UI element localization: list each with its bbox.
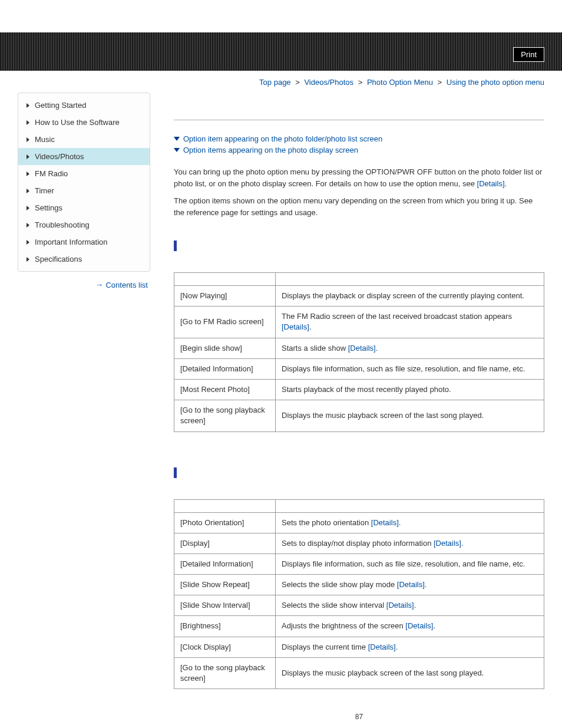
option-item: [Slide Show Repeat] — [174, 575, 276, 595]
details-link[interactable]: [Details] — [477, 179, 505, 188]
desc-text: Sets the photo orientation — [282, 518, 371, 527]
option-desc: Displays the music playback screen of th… — [276, 657, 544, 689]
sidebar-item-specifications[interactable]: Specifications — [18, 251, 150, 268]
breadcrumb-photo-option[interactable]: Photo Option Menu — [367, 78, 433, 87]
section-marker-icon — [174, 467, 177, 478]
jump-link-folder-list[interactable]: Option item appearing on the photo folde… — [174, 134, 544, 143]
option-item: [Go to the song playback screen] — [174, 400, 276, 431]
dot: . — [309, 322, 312, 331]
dot: . — [376, 344, 378, 353]
option-item: [Go to FM Radio screen] — [174, 307, 276, 338]
option-item: [Begin slide show] — [174, 338, 276, 358]
details-link[interactable]: [Details] — [434, 539, 461, 548]
table-row: [Detailed Information] Displays file inf… — [174, 358, 544, 379]
table-header — [276, 273, 544, 286]
option-item: [Detailed Information] — [174, 554, 276, 574]
option-desc: The FM Radio screen of the last received… — [276, 307, 544, 338]
options-table-1: [Now Playing] Displays the playback or d… — [174, 272, 544, 432]
table-row: [Go to FM Radio screen] The FM Radio scr… — [174, 307, 544, 338]
desc-text: Displays the current time — [282, 643, 368, 651]
dot: . — [414, 601, 416, 610]
jump-link-display-screen[interactable]: Option items appearing on the photo disp… — [174, 146, 544, 154]
option-desc: Displays the playback or display screen … — [276, 286, 544, 307]
main-content: Option item appearing on the photo folde… — [162, 93, 544, 728]
details-link[interactable]: [Details] — [371, 518, 399, 527]
option-item: [Display] — [174, 533, 276, 554]
option-item: [Detailed Information] — [174, 358, 276, 379]
jump-link-label: Option item appearing on the photo folde… — [183, 134, 382, 143]
table-row: [Go to the song playback screen] Display… — [174, 657, 544, 689]
dot: . — [396, 643, 398, 651]
arrow-right-icon: → — [95, 280, 103, 289]
dot: . — [433, 621, 435, 630]
table-header — [174, 273, 276, 286]
dot: . — [399, 518, 401, 527]
option-desc: Sets the photo orientation [Details]. — [276, 512, 544, 533]
options-table-2: [Photo Orientation] Sets the photo orien… — [174, 499, 544, 690]
sidebar-item-videos-photos[interactable]: Videos/Photos — [18, 148, 150, 165]
option-desc: Starts playback of the most recently pla… — [276, 379, 544, 400]
jump-links: Option item appearing on the photo folde… — [174, 134, 544, 154]
table-row: [Slide Show Interval] Selects the slide … — [174, 595, 544, 616]
table-row: [Go to the song playback screen] Display… — [174, 400, 544, 431]
jump-link-label: Option items appearing on the photo disp… — [183, 146, 358, 154]
table-header — [174, 499, 276, 512]
details-link[interactable]: [Details] — [397, 580, 425, 589]
details-link[interactable]: [Details] — [386, 601, 414, 610]
desc-text: Starts a slide show — [282, 344, 348, 353]
option-desc: Displays the current time [Details]. — [276, 637, 544, 657]
breadcrumb-sep: > — [356, 78, 365, 87]
table-row: [Photo Orientation] Sets the photo orien… — [174, 512, 544, 533]
dot: . — [461, 539, 464, 548]
option-desc: Selects the slide show play mode [Detail… — [276, 575, 544, 595]
triangle-down-icon — [174, 148, 180, 152]
breadcrumb-sep: > — [435, 78, 445, 87]
sidebar-item-howto[interactable]: How to Use the Software — [18, 114, 150, 131]
table-row: [Clock Display] Displays the current tim… — [174, 637, 544, 657]
details-link[interactable]: [Details] — [368, 643, 396, 651]
table-header — [276, 499, 544, 512]
option-desc: Adjusts the brightness of the screen [De… — [276, 616, 544, 637]
sidebar-item-getting-started[interactable]: Getting Started — [18, 97, 150, 114]
triangle-down-icon — [174, 137, 180, 141]
page-number: 87 — [174, 713, 544, 721]
desc-text: Selects the slide show interval — [282, 601, 386, 610]
details-link[interactable]: [Details] — [282, 322, 309, 331]
details-link[interactable]: [Details] — [348, 344, 376, 353]
option-item: [Clock Display] — [174, 637, 276, 657]
dot: . — [425, 580, 427, 589]
contents-list-link[interactable]: →Contents list — [18, 272, 150, 289]
desc-text: Selects the slide show play mode — [282, 580, 397, 589]
option-desc: Sets to display/not display photo inform… — [276, 533, 544, 554]
table-row: [Brightness] Adjusts the brightness of t… — [174, 616, 544, 637]
option-desc: Displays the music playback screen of th… — [276, 400, 544, 431]
desc-text: Sets to display/not display photo inform… — [282, 539, 434, 548]
table-row: [Display] Sets to display/not display ph… — [174, 533, 544, 554]
horizontal-rule — [174, 120, 544, 120]
sidebar-item-fm-radio[interactable]: FM Radio — [18, 165, 150, 182]
option-item: [Go to the song playback screen] — [174, 657, 276, 689]
option-desc: Displays file information, such as file … — [276, 554, 544, 574]
sidebar-item-music[interactable]: Music — [18, 131, 150, 148]
print-button[interactable]: Print — [513, 47, 544, 62]
table-row: [Begin slide show] Starts a slide show [… — [174, 338, 544, 358]
section-marker-icon — [174, 241, 177, 251]
contents-list-label: Contents list — [105, 281, 148, 289]
intro-paragraph-2: The option items shown on the option men… — [174, 195, 544, 218]
breadcrumb-videos[interactable]: Videos/Photos — [304, 78, 353, 87]
sidebar-item-settings[interactable]: Settings — [18, 199, 150, 216]
option-item: [Now Playing] — [174, 286, 276, 307]
option-desc: Displays file information, such as file … — [276, 358, 544, 379]
breadcrumb-current[interactable]: Using the photo option menu — [447, 78, 544, 87]
sidebar-item-timer[interactable]: Timer — [18, 182, 150, 199]
sidebar-item-troubleshooting[interactable]: Troubleshooting — [18, 216, 150, 233]
intro-paragraph-1: You can bring up the photo option menu b… — [174, 166, 544, 189]
details-link[interactable]: [Details] — [405, 621, 433, 630]
sidebar-list: Getting Started How to Use the Software … — [18, 93, 150, 272]
breadcrumb-top[interactable]: Top page — [259, 78, 291, 87]
option-desc: Starts a slide show [Details]. — [276, 338, 544, 358]
header-banner: Print — [0, 32, 562, 71]
table-row: [Most Recent Photo] Starts playback of t… — [174, 379, 544, 400]
sidebar-item-important[interactable]: Important Information — [18, 233, 150, 251]
table-row: [Now Playing] Displays the playback or d… — [174, 286, 544, 307]
